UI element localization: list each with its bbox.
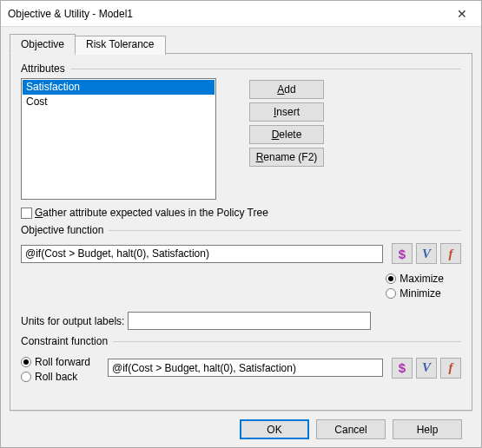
attributes-group-label: Attributes xyxy=(21,63,461,75)
roll-forward-radio-row[interactable]: Roll forward xyxy=(21,356,99,368)
tab-risk-tolerance-label: Risk Tolerance xyxy=(86,38,154,50)
units-input[interactable] xyxy=(128,312,371,330)
minimize-label: Minimize xyxy=(399,287,440,300)
roll-forward-radio[interactable] xyxy=(21,357,31,367)
units-label: Units for output labels: xyxy=(21,315,124,327)
dialog-window: Objective & Utility - Model1 ✕ Objective… xyxy=(0,0,482,448)
constraint-function-input[interactable] xyxy=(108,359,383,377)
roll-back-radio-row[interactable]: Roll back xyxy=(21,371,99,383)
objective-function-group-label: Objective function xyxy=(21,224,461,236)
close-button[interactable]: ✕ xyxy=(442,1,481,27)
roll-forward-label: Roll forward xyxy=(35,356,90,368)
gather-checkbox[interactable] xyxy=(21,208,32,219)
constraint-function-group-label: Constraint function xyxy=(21,335,461,347)
tab-strip: Objective Risk Tolerance xyxy=(10,34,472,53)
function-f-icon[interactable]: f xyxy=(440,243,461,264)
maximize-radio[interactable] xyxy=(386,273,396,284)
constraint-icon-buttons: $ V f xyxy=(392,358,461,379)
roll-back-radio[interactable] xyxy=(21,372,31,382)
tab-objective-label: Objective xyxy=(21,38,64,50)
show-vars-v-icon[interactable]: V xyxy=(416,358,437,379)
add-button[interactable]: Add xyxy=(249,80,324,99)
function-f-icon[interactable]: f xyxy=(440,358,461,379)
attribute-buttons: Add Insert Delete Rename (F2) xyxy=(249,78,324,167)
direction-radio-group: Maximize Minimize xyxy=(386,273,444,300)
window-title: Objective & Utility - Model1 xyxy=(8,8,442,20)
list-item[interactable]: Cost xyxy=(23,95,215,109)
minimize-radio-row[interactable]: Minimize xyxy=(386,287,444,300)
objective-function-row: $ V f xyxy=(21,243,461,264)
cancel-button[interactable]: Cancel xyxy=(316,419,386,439)
delete-button[interactable]: Delete xyxy=(249,125,324,144)
show-vars-v-icon[interactable]: V xyxy=(416,243,437,264)
show-vars-dollar-icon[interactable]: $ xyxy=(392,243,413,264)
attributes-listbox[interactable]: Satisfaction Cost xyxy=(21,78,216,200)
insert-button[interactable]: Insert xyxy=(249,102,324,122)
tabpage-objective: Attributes Satisfaction Cost Add Insert … xyxy=(10,53,472,411)
constraint-function-row: Roll forward Roll back $ V f xyxy=(21,352,461,383)
help-button[interactable]: Help xyxy=(393,419,462,439)
attributes-row: Satisfaction Cost Add Insert Delete Rena… xyxy=(21,78,461,200)
maximize-label: Maximize xyxy=(399,273,444,285)
objective-function-input[interactable] xyxy=(21,245,383,263)
client-area: Objective Risk Tolerance Attributes Sati… xyxy=(1,27,481,447)
tab-risk-tolerance[interactable]: Risk Tolerance xyxy=(75,36,165,55)
maximize-radio-row[interactable]: Maximize xyxy=(386,273,444,285)
rename-button[interactable]: Rename (F2) xyxy=(249,148,324,167)
units-row: Units for output labels: xyxy=(21,312,461,330)
roll-radio-group: Roll forward Roll back xyxy=(21,356,99,383)
list-item[interactable]: Satisfaction xyxy=(23,80,215,95)
close-icon: ✕ xyxy=(457,7,467,21)
titlebar: Objective & Utility - Model1 ✕ xyxy=(1,1,481,27)
show-vars-dollar-icon[interactable]: $ xyxy=(392,358,413,379)
ok-button[interactable]: OK xyxy=(240,419,309,439)
dialog-footer: OK Cancel Help xyxy=(10,411,472,447)
gather-checkbox-row[interactable]: Gather attribute expected values in the … xyxy=(21,207,461,219)
minimize-radio[interactable] xyxy=(386,288,396,299)
tab-objective[interactable]: Objective xyxy=(10,34,76,54)
roll-back-label: Roll back xyxy=(35,371,77,383)
objective-icon-buttons: $ V f xyxy=(392,243,461,264)
gather-checkbox-label: Gather attribute expected values in the … xyxy=(35,207,268,219)
